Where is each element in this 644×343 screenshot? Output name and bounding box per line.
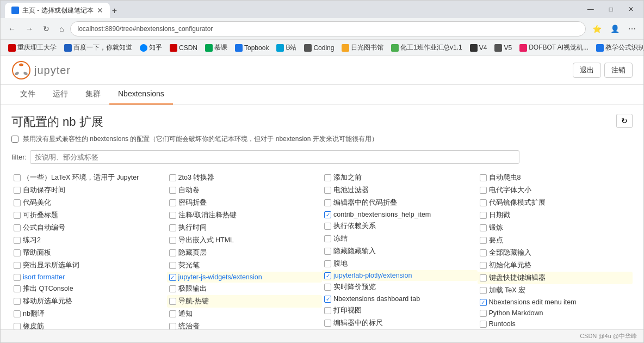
ext-checkbox[interactable] [480, 287, 487, 294]
bookmark-chongqing[interactable]: 重庆理工大学 [5, 41, 60, 54]
ext-printview[interactable]: 打印视图 [322, 304, 478, 317]
ext-checkbox[interactable] [324, 174, 331, 181]
ext-nbeditmenu[interactable]: ✓ Nbextensions edit menu item [478, 297, 633, 308]
ext-qtconsole[interactable]: 推出 QTConsole [11, 283, 167, 295]
ext-autosave[interactable]: 自动保存时间 [11, 184, 167, 197]
ext-checkbox[interactable] [14, 237, 21, 244]
ext-navhotkeys[interactable]: 导航-热键 [167, 295, 323, 308]
tab-close-button[interactable]: ✕ [97, 6, 103, 15]
ext-checkbox[interactable]: ✓ [480, 299, 487, 306]
bookmark-v5[interactable]: V5 [491, 42, 515, 53]
ext-checkbox[interactable] [169, 323, 176, 329]
ext-checkbox[interactable] [480, 274, 487, 281]
ext-livepreview[interactable]: 实时降价预览 [322, 281, 478, 293]
menu-btn[interactable]: ⋯ [625, 22, 639, 35]
ext-checkbox[interactable] [14, 310, 21, 317]
bookmark-bilibili[interactable]: B站 [273, 41, 300, 54]
ext-checkbox[interactable] [14, 323, 21, 329]
ext-rubberband[interactable]: 橡皮筋 [11, 320, 167, 329]
ext-checkbox[interactable] [480, 212, 487, 219]
ext-embedhtml[interactable]: 导出嵌入式 HTML [167, 234, 323, 247]
ext-highlighter[interactable]: 荧光笔 [167, 259, 323, 272]
tab-running[interactable]: 运行 [44, 85, 77, 105]
ext-codefolding[interactable]: 密码折叠 [167, 197, 323, 209]
ext-initcell[interactable]: 初始化单元格 [478, 259, 633, 272]
ext-checkbox[interactable] [480, 262, 487, 269]
bookmark-mooc[interactable]: 慕课 [202, 41, 231, 54]
filter-input[interactable] [30, 150, 519, 164]
ext-checkbox[interactable]: ✓ [169, 274, 176, 281]
ext-checkbox[interactable] [14, 249, 21, 256]
ext-gist[interactable]: 要点 [478, 234, 633, 247]
ext-execrelation[interactable]: 执行依赖关系 [322, 220, 478, 232]
ext-checkbox[interactable] [324, 235, 331, 242]
bookmark-homework[interactable]: 化工1班作业汇总v1.1 [388, 41, 465, 54]
ext-checkbox[interactable] [480, 310, 487, 317]
ext-hideinput[interactable]: 隐藏页层 [167, 247, 323, 259]
ext-helppanel[interactable]: 帮助面板 [11, 247, 167, 259]
ext-autoscroll[interactable]: 自动卷 [167, 184, 323, 197]
ext-freeze[interactable]: 冻结 [322, 232, 478, 245]
ext-checkbox[interactable] [14, 298, 21, 305]
ext-checkbox[interactable] [480, 199, 487, 206]
ext-checkbox[interactable] [14, 199, 21, 206]
ext-jswidgets[interactable]: ✓ jupyter-js-widgets/extension [167, 272, 323, 283]
ext-checkbox[interactable] [169, 224, 176, 231]
ext-checkbox[interactable] [14, 274, 21, 281]
ext-checkbox[interactable] [169, 237, 176, 244]
ext-checkbox[interactable] [324, 187, 331, 194]
ext-exercise2[interactable]: 练习2 [11, 234, 167, 247]
minimize-button[interactable]: — [582, 1, 599, 18]
ext-limitoutput[interactable]: 极限输出 [167, 283, 323, 295]
ext-hidehiddeninput[interactable]: 隐藏隐藏输入 [322, 245, 478, 258]
ext-editorcodefolding[interactable]: 编辑器中的代码折叠 [322, 197, 478, 209]
ext-checkbox[interactable] [14, 285, 21, 292]
ext-checkbox[interactable] [169, 187, 176, 194]
bookmark-baidu[interactable]: 百度一下，你就知道 [61, 41, 135, 54]
ext-checkbox[interactable] [324, 223, 331, 230]
ext-checkbox[interactable] [169, 249, 176, 256]
ext-runtools[interactable]: Runtools [478, 318, 633, 329]
ext-checkbox[interactable] [14, 212, 21, 219]
ext-hinterland[interactable]: 腹地 [322, 258, 478, 270]
close-button[interactable]: ✕ [623, 1, 639, 18]
active-tab[interactable]: 主页 - 选择或创建笔记本 ✕ [5, 3, 110, 18]
ext-kbeditor[interactable]: 键盘快捷键编辑器 [478, 272, 633, 284]
ext-checkbox[interactable] [169, 262, 176, 269]
ext-autocrawler[interactable]: 自动爬虫8 [478, 171, 633, 184]
ext-hideallinput[interactable]: 全部隐藏输入 [478, 247, 633, 259]
ext-checkbox[interactable] [480, 321, 487, 328]
disable-incompatible-checkbox[interactable] [11, 136, 18, 143]
ext-loadtex[interactable]: 加载 TeX 宏 [478, 284, 633, 297]
ext-checkbox[interactable] [169, 174, 176, 181]
home-button[interactable]: ⌂ [56, 22, 67, 35]
ext-checkbox[interactable] [480, 249, 487, 256]
bookmark-topbook[interactable]: Topbook [232, 42, 272, 53]
ext-checkbox[interactable] [169, 212, 176, 219]
ext-checkbox[interactable] [480, 174, 487, 181]
url-box[interactable]: localhost:8890/tree#nbextensions_configu… [70, 21, 586, 36]
extensions-btn[interactable]: ⭐ [589, 22, 605, 35]
ext-checkbox[interactable] [14, 224, 21, 231]
ext-codebeautify[interactable]: 代码美化 [11, 197, 167, 209]
ext-cellfilter[interactable]: 电池过滤器 [322, 184, 478, 197]
bookmark-formula[interactable]: 教学公式识别神器... [593, 41, 643, 54]
bookmark-zhihu[interactable]: 知乎 [137, 41, 165, 54]
ext-checkbox[interactable] [324, 320, 331, 327]
ext-nbtranslate[interactable]: nb翻译 [11, 308, 167, 320]
refresh-button[interactable]: ↻ [40, 22, 53, 35]
ext-checkbox[interactable] [14, 187, 21, 194]
ext-fontsize[interactable]: 电代字体大小 [478, 184, 633, 197]
ext-checkbox[interactable] [324, 248, 331, 255]
ext-addbefore[interactable]: 添加之前 [322, 171, 478, 184]
ext-exectime[interactable]: 执行时间 [167, 222, 323, 234]
ext-contribnb[interactable]: ✓ contrib_nbextensions_help_item [322, 209, 478, 220]
ext-checkbox[interactable] [169, 199, 176, 206]
ext-checkbox[interactable] [169, 310, 176, 317]
ext-pythonmarkdown[interactable]: Python Markdown [478, 308, 633, 318]
cancel-button[interactable]: 注销 [604, 63, 633, 78]
ext-checkbox[interactable]: ✓ [324, 211, 331, 218]
ext-checkbox[interactable] [169, 285, 176, 292]
ext-checkbox[interactable] [480, 187, 487, 194]
forward-button[interactable]: → [22, 22, 36, 35]
